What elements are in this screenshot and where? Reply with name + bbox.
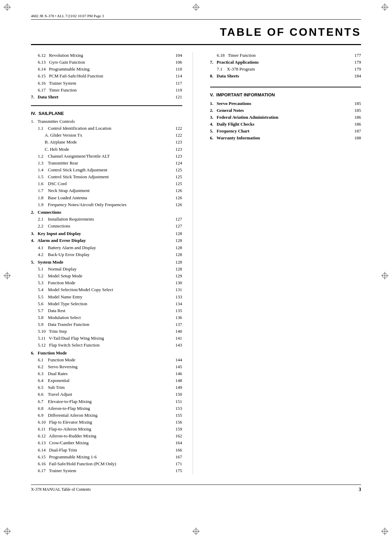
list-item: 1.1 Control Identification and Location …: [31, 125, 182, 132]
content-area: 6.12 Revolution Mixing 104 6.13 Gyro Gai…: [31, 52, 361, 474]
list-item: 2. General Notes 185: [210, 107, 361, 114]
list-item: 6.17 Timer Function 119: [31, 87, 182, 94]
list-item: 5.8 Modulation Select 136: [31, 314, 182, 321]
list-item: 1.2 Channel Assignment/Throttle ALT 123: [31, 153, 182, 160]
sailplane-entries: 1. Transmitter Controls 1.1 Control Iden…: [31, 118, 182, 474]
page-title: TABLE OF CONTENTS: [31, 26, 361, 39]
list-item: 5.12 Flap Switch Select Function 143: [31, 342, 182, 349]
crosshair-mid-right: [381, 272, 389, 279]
list-item: 5.11 V-Tail/Dual Flap Wing Mixing 141: [31, 335, 182, 342]
list-item: 5.4 Model Selection/Model Copy Select 13…: [31, 286, 182, 293]
list-item: 2.1 Installation Requirements 127: [31, 216, 182, 223]
list-item: 5.9 Data Transfer Function 137: [31, 321, 182, 328]
list-item: 5.6 Model Type Selection 134: [31, 300, 182, 307]
list-item: 7.1 X-378 Program 179: [210, 66, 361, 73]
top-entries: 6.12 Revolution Mixing 104 6.13 Gyro Gai…: [31, 52, 182, 100]
list-item: 6.12 Aileron-to-Rudder Mixing 162: [31, 433, 182, 439]
list-item: 6.17 Trainer System 175: [31, 467, 182, 474]
important-info-section: V. IMPORTANT INFORMATION 1. Servo Precau…: [210, 87, 361, 142]
list-item: 6.2 Servo Reversing 145: [31, 363, 182, 370]
list-item: 1.6 DSC Cord 125: [31, 180, 182, 187]
important-divider: [210, 87, 361, 87]
list-item: 6.8 Aileron-to-Flap Mixing 153: [31, 405, 182, 412]
list-item: 1.3 Transmitter Rear 124: [31, 160, 182, 167]
sailplane-divider: [31, 105, 182, 106]
list-item: 6.18 Timer Function 177: [210, 52, 361, 59]
print-info-text: 4682 JR X-378 • ALL 7/23/02 10:07 PM Pag…: [31, 14, 104, 18]
list-item: A. Glider Version Tx 122: [31, 132, 182, 139]
list-item: 1.8 Base Loaded Antenna 126: [31, 194, 182, 201]
print-info-bar: 4682 JR X-378 • ALL 7/23/02 10:07 PM Pag…: [31, 14, 361, 20]
list-item: 6.15 Programmable Mixing 1-6 167: [31, 454, 182, 460]
footer-page-number: 3: [359, 487, 361, 492]
right-column: 6.18 Timer Function 177 7. Practical App…: [207, 52, 361, 474]
list-item: 4.2 Back-Up Error Display 128: [31, 251, 182, 258]
list-item: 5.2 Model Setup Mode 129: [31, 273, 182, 279]
list-item: 3. Federal Aviation Administration 186: [210, 114, 361, 121]
list-item: 4. Alarm and Error Display 128: [31, 237, 182, 244]
list-item: 5. Frequency Chart 187: [210, 128, 361, 135]
crosshair-top-center: [192, 3, 200, 11]
list-item: 6.7 Elevator-to-Flap Mixing 151: [31, 398, 182, 405]
list-item: C. Heli Mode 123: [31, 146, 182, 153]
list-item: 6.1 Function Mode 144: [31, 357, 182, 363]
list-item: 6.16 Fail-Safe/Hold Function (PCM Only) …: [31, 460, 182, 467]
list-item: 6.16 Trainer System 117: [31, 80, 182, 87]
list-item: 6. Warranty Information 188: [210, 135, 361, 141]
sailplane-header: IV. SAILPLANE: [31, 111, 182, 116]
list-item: 5.1 Normal Display 128: [31, 266, 182, 273]
list-item: 6.9 Differential Aileron Mixing 155: [31, 412, 182, 419]
list-item: 2. Connections: [31, 209, 182, 216]
list-item: 6.12 Revolution Mixing 104: [31, 52, 182, 59]
list-item: B. Airplane Mode 123: [31, 139, 182, 146]
left-column: 6.12 Revolution Mixing 104 6.13 Gyro Gai…: [31, 52, 193, 474]
list-item: 6.13 Crow/Camber Mixing 164: [31, 439, 182, 446]
important-header: V. IMPORTANT INFORMATION: [210, 92, 361, 97]
list-item: 6.11 Flap-to-Aileron Mixing 159: [31, 426, 182, 433]
crosshair-bottom-left: [3, 528, 11, 535]
list-item: 6.14 Dual-Flap Trim 166: [31, 447, 182, 454]
list-item: 6.4 Exponential 148: [31, 377, 182, 384]
right-top-entries: 6.18 Timer Function 177 7. Practical App…: [210, 52, 361, 80]
crosshair-top-left: [3, 3, 11, 11]
crosshair-bottom-right: [381, 528, 389, 535]
footer-left: X-378 MANUAL Table of Contents: [31, 487, 91, 492]
list-item: 6.6 Travel Adjust 150: [31, 391, 182, 398]
crosshair-bottom-center: [192, 528, 200, 535]
list-item: 3. Key Input and Display 128: [31, 230, 182, 237]
list-item: 7. Data Sheet 121: [31, 94, 182, 100]
list-item: 6.10 Flap to Elevator Mixing 156: [31, 419, 182, 426]
list-item: 6. Function Mode: [31, 350, 182, 357]
crosshair-top-right: [381, 3, 389, 11]
list-item: 4.1 Battery Alarm and Display 128: [31, 244, 182, 251]
list-item: 6.15 PCM Fail-Safe/Hold Function 114: [31, 73, 182, 79]
list-item: 1.7 Neck Strap Adjustment 126: [31, 187, 182, 194]
list-item: 5.5 Model Name Entry 133: [31, 294, 182, 300]
footer: X-378 MANUAL Table of Contents 3: [31, 485, 361, 492]
list-item: 1.4 Control Stick Length Adjustment 125: [31, 167, 182, 173]
list-item: 6.13 Gyro Gain Function 106: [31, 59, 182, 66]
list-item: 1. Transmitter Controls: [31, 118, 182, 125]
page-title-section: TABLE OF CONTENTS: [31, 22, 361, 45]
list-item: 5.3 Function Mode 130: [31, 279, 182, 286]
list-item: 6.5 Sub Trim 149: [31, 384, 182, 391]
list-item: 5. System Mode 128: [31, 259, 182, 266]
list-item: 1. Servo Precautions 185: [210, 100, 361, 107]
list-item: 7. Practical Applications 179: [210, 59, 361, 66]
list-item: 5.7 Data Rest 135: [31, 307, 182, 314]
list-item: 6.3 Dual Rates 146: [31, 370, 182, 377]
list-item: 4. Daily Flight Checks 186: [210, 121, 361, 128]
important-entries: 1. Servo Precautions 185 2. General Note…: [210, 100, 361, 142]
list-item: 8. Data Sheets 184: [210, 73, 361, 79]
crosshair-mid-left: [3, 272, 11, 279]
list-item: 1.9 Frequency Notes/Aircraft Only Freque…: [31, 201, 182, 208]
list-item: 2.2 Connections 127: [31, 223, 182, 230]
list-item: 1.5 Control Stick Tension Adjustment 125: [31, 173, 182, 180]
list-item: 6.14 Programmable Mixing 110: [31, 66, 182, 73]
list-item: 5.10 Trim Step 140: [31, 328, 182, 335]
